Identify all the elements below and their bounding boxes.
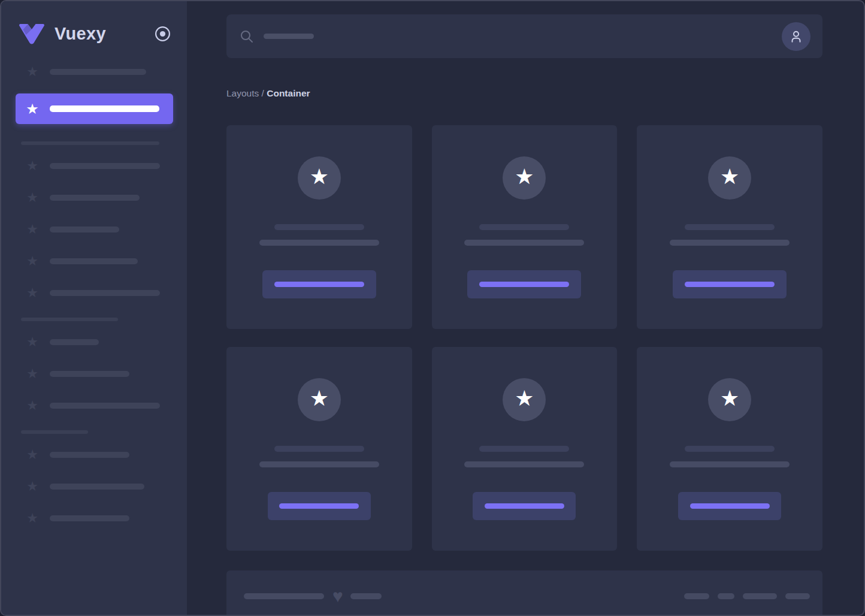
heart-icon[interactable]: ♥ <box>332 587 343 605</box>
sidebar-item[interactable]: ★ <box>16 335 173 349</box>
card-avatar: ★ <box>298 378 341 421</box>
menu-label-placeholder <box>50 227 119 232</box>
user-avatar-button[interactable] <box>782 22 810 51</box>
star-icon: ★ <box>25 65 40 79</box>
app-window: Vuexy ★★★★★★★★★★★★★ <box>0 0 865 616</box>
star-icon: ★ <box>310 166 329 188</box>
sidebar-item[interactable]: ★ <box>16 65 173 79</box>
menu-label-placeholder <box>50 69 146 75</box>
search-bar[interactable] <box>226 14 822 58</box>
menu-label-placeholder <box>50 105 159 112</box>
menu-label-placeholder <box>50 515 129 521</box>
sidebar-item[interactable]: ★ <box>16 448 173 462</box>
card-title-placeholder <box>685 446 775 452</box>
menu-label-placeholder <box>50 339 99 345</box>
star-icon: ★ <box>25 511 40 526</box>
card-action-button[interactable] <box>268 492 371 520</box>
sidebar-item-active[interactable]: ★ <box>16 93 173 124</box>
menu-label-placeholder <box>50 484 144 490</box>
user-icon <box>788 29 804 44</box>
star-icon: ★ <box>25 448 40 462</box>
card-avatar: ★ <box>298 156 341 200</box>
star-icon: ★ <box>25 286 40 300</box>
card-action-button[interactable] <box>678 492 781 520</box>
breadcrumb-current: Container <box>267 88 310 98</box>
card-action-button[interactable] <box>262 270 376 298</box>
app-title: Vuexy <box>55 24 106 44</box>
main-content: Layouts / Container ★ ★ ★ <box>187 1 864 615</box>
card-avatar: ★ <box>708 156 751 200</box>
content-card: ★ <box>432 125 618 329</box>
search-icon <box>240 30 253 43</box>
card-title-placeholder <box>274 446 364 452</box>
sidebar-section-header-placeholder <box>21 318 118 321</box>
footer-card: ♥ <box>226 570 822 616</box>
sidebar-item[interactable]: ★ <box>16 398 173 413</box>
star-icon: ★ <box>310 388 329 409</box>
sidebar-item[interactable]: ★ <box>16 511 173 526</box>
menu-label-placeholder <box>50 371 129 377</box>
card-action-button[interactable] <box>473 492 576 520</box>
menu-label-placeholder <box>50 290 160 296</box>
breadcrumb-parent[interactable]: Layouts <box>226 88 259 98</box>
star-icon: ★ <box>25 335 40 349</box>
menu-label-placeholder <box>50 163 160 169</box>
footer-meta-bar <box>743 593 777 599</box>
menu-label-placeholder <box>50 195 140 201</box>
card-avatar: ★ <box>503 156 546 200</box>
card-subtitle-placeholder <box>464 461 584 467</box>
footer-left-bar <box>244 593 324 599</box>
card-subtitle-placeholder <box>259 240 379 246</box>
button-label-placeholder <box>279 503 359 509</box>
card-action-button[interactable] <box>467 270 581 298</box>
content-card: ★ <box>226 347 412 551</box>
sidebar-item[interactable]: ★ <box>16 286 173 300</box>
card-subtitle-placeholder <box>670 461 790 467</box>
sidebar-item[interactable]: ★ <box>16 367 173 381</box>
star-icon: ★ <box>720 166 739 188</box>
footer-meta-bar <box>718 593 734 599</box>
sidebar-nav: ★★★★★★★★★★★★★ <box>16 65 173 526</box>
footer-row: ♥ <box>226 570 822 605</box>
star-icon: ★ <box>25 191 40 205</box>
star-icon: ★ <box>25 367 40 381</box>
footer-meta-bar <box>785 593 810 599</box>
content-card: ★ <box>226 125 412 329</box>
star-icon: ★ <box>515 166 534 188</box>
button-label-placeholder <box>690 503 770 509</box>
star-icon: ★ <box>515 388 534 409</box>
star-icon: ★ <box>25 479 40 494</box>
star-icon: ★ <box>25 222 40 237</box>
menu-label-placeholder <box>50 258 138 264</box>
content-card: ★ <box>637 125 822 329</box>
card-grid: ★ ★ ★ ★ <box>226 125 822 551</box>
sidebar-item[interactable]: ★ <box>16 254 173 268</box>
star-icon: ★ <box>25 102 40 116</box>
sidebar-item[interactable]: ★ <box>16 159 173 173</box>
card-title-placeholder <box>479 224 569 230</box>
card-action-button[interactable] <box>673 270 787 298</box>
footer-right-bars <box>684 593 810 599</box>
button-label-placeholder <box>274 282 364 287</box>
card-subtitle-placeholder <box>259 461 379 467</box>
button-label-placeholder <box>685 282 775 287</box>
sidebar-item[interactable]: ★ <box>16 222 173 237</box>
menu-label-placeholder <box>50 403 160 409</box>
sidebar: Vuexy ★★★★★★★★★★★★★ <box>1 1 187 615</box>
star-icon: ★ <box>25 254 40 268</box>
card-avatar: ★ <box>503 378 546 421</box>
sidebar-section-header-placeholder <box>21 430 88 434</box>
menu-pin-toggle[interactable] <box>155 26 171 42</box>
sidebar-item[interactable]: ★ <box>16 191 173 205</box>
content-card: ★ <box>637 347 822 551</box>
breadcrumb-separator: / <box>259 88 267 98</box>
star-icon: ★ <box>25 398 40 413</box>
logo-row: Vuexy <box>18 19 171 48</box>
card-title-placeholder <box>479 446 569 452</box>
sidebar-section-header-placeholder <box>21 141 159 145</box>
vuexy-logo-icon <box>18 23 46 45</box>
button-label-placeholder <box>485 503 564 509</box>
content-card: ★ <box>432 347 618 551</box>
sidebar-item[interactable]: ★ <box>16 479 173 494</box>
menu-label-placeholder <box>50 452 129 458</box>
